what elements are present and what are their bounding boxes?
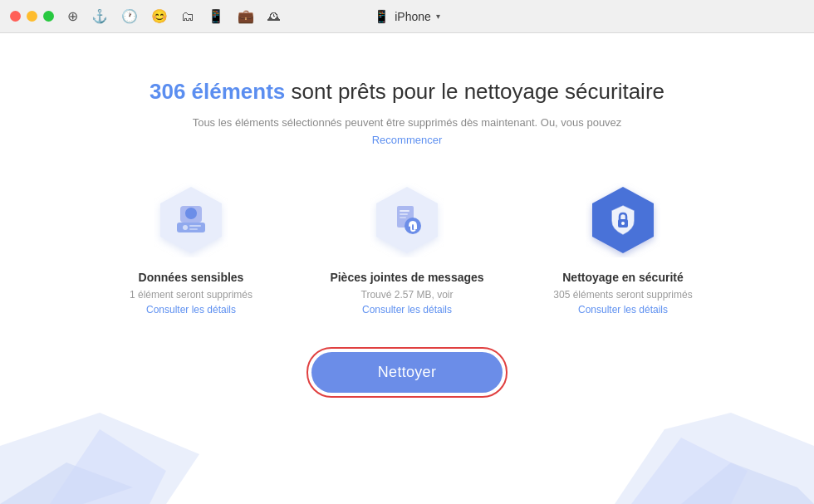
svg-rect-6 [189,228,198,230]
card-donnees-sensibles: Données sensibles 1 élément seront suppr… [108,183,274,316]
device-selector[interactable]: 📱 iPhone ▾ [374,9,440,24]
anchor-icon[interactable]: ⚓ [91,8,108,24]
card-link-3[interactable]: Consulter les détails [578,304,668,316]
page-heading: 306 éléments sont prêts pour le nettoyag… [150,79,664,105]
iphone-icon: 📱 [374,9,390,24]
svg-rect-11 [400,217,406,218]
person-icon [174,203,208,237]
svg-rect-3 [177,223,205,232]
titlebar: ⊕ ⚓ 🕐 😊 🗂 📱 💼 🕰 📱 iPhone ▾ [0,0,814,33]
svg-rect-5 [189,225,201,227]
svg-rect-10 [400,213,408,215]
heading-rest: sont prêts pour le nettoyage sécuritaire [285,79,664,104]
card-link-2[interactable]: Consulter les détails [362,304,452,316]
card-pieces-jointes: Pièces jointes de messages Trouvé 2.57 M… [324,183,490,316]
card-subtitle-3: 305 éléments seront supprimés [553,289,692,301]
history-icon[interactable]: 🕰 [267,9,281,24]
card-icon-wrapper-1 [154,183,228,257]
clean-button-wrapper: Nettoyer [306,347,508,398]
traffic-lights [10,11,54,22]
bottom-decoration [0,396,814,504]
subtitle-text: Tous les éléments sélectionnés peuvent ê… [193,116,622,129]
archive-icon[interactable]: 🗂 [181,9,194,24]
nettoyer-button[interactable]: Nettoyer [311,352,503,393]
svg-point-4 [183,225,188,230]
card-title-2: Pièces jointes de messages [330,271,483,284]
card-nettoyage-securite: Nettoyage en sécurité 305 éléments seron… [540,183,706,316]
podcast-icon[interactable]: ⊕ [67,8,78,24]
card-icon-wrapper-2 [370,183,444,257]
svg-point-2 [185,208,197,219]
card-icon-wrapper-3 [586,183,660,257]
card-title-3: Nettoyage en sécurité [562,271,684,284]
face-icon[interactable]: 😊 [151,8,168,24]
device-name: iPhone [395,10,431,23]
clock-icon[interactable]: 🕐 [121,8,138,24]
feature-cards: Données sensibles 1 élément seront suppr… [108,183,706,316]
tablet-icon[interactable]: 📱 [208,8,224,24]
maximize-button[interactable] [43,11,54,22]
close-button[interactable] [10,11,21,22]
card-subtitle-2: Trouvé 2.57 MB, voir [361,289,454,301]
heading-count: 306 éléments [150,79,285,104]
subtitle: Tous les éléments sélectionnés peuvent ê… [193,115,622,149]
svg-rect-9 [400,210,409,212]
minimize-button[interactable] [27,11,37,22]
card-title-1: Données sensibles [139,271,244,284]
card-link-1[interactable]: Consulter les détails [146,304,236,316]
toolbar-icons: ⊕ ⚓ 🕐 😊 🗂 📱 💼 🕰 [67,8,281,24]
attachment-icon [390,203,424,237]
recommencer-link[interactable]: Recommencer [372,134,443,146]
card-subtitle-1: 1 élément seront supprimés [130,289,253,301]
chevron-down-icon: ▾ [436,12,440,21]
svg-point-15 [621,222,625,225]
shield-icon [606,203,640,237]
main-content: 306 éléments sont prêts pour le nettoyag… [0,33,814,504]
briefcase-icon[interactable]: 💼 [238,8,254,24]
